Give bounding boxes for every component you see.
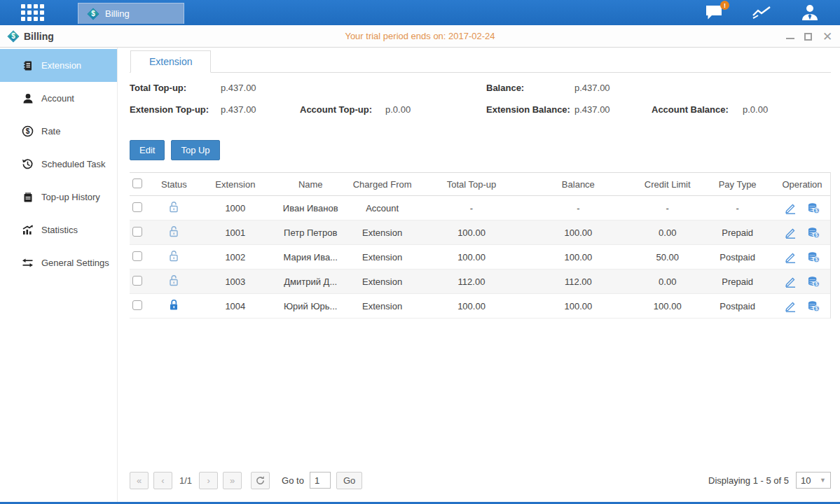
row-checkbox[interactable] [132,202,142,212]
close-icon[interactable]: ✕ [822,31,833,43]
total-topup-cell: 100.00 [421,252,523,262]
tab-extension[interactable]: Extension [130,50,211,73]
extension-topup-label: Extension Top-up: [130,104,209,115]
statistics-chart-icon[interactable] [752,4,773,22]
svg-text:$: $ [815,208,818,214]
col-credit-limit: Credit Limit [634,179,701,190]
table-row: 1004Юрий Юрь...Extension100.00100.00100.… [130,294,830,318]
edit-icon[interactable] [785,251,797,263]
tab-bar: Extension [130,48,831,73]
account-icon [22,92,34,104]
maximize-icon[interactable] [804,33,812,41]
page-indicator: 1/1 [179,475,192,486]
top-up-button[interactable]: Top Up [171,140,219,160]
charged-from-cell: Extension [344,276,421,287]
extension-table: Status Extension Name Charged From Total… [130,172,831,318]
last-page-button[interactable]: » [223,472,242,489]
extension-cell: 1004 [193,301,277,312]
user-account-icon[interactable] [799,4,820,22]
balance-cell: 100.00 [522,252,634,262]
select-all-checkbox[interactable] [132,178,142,188]
sidebar-item-rate[interactable]: $Rate [0,115,117,148]
name-cell: Юрий Юрь... [277,301,344,312]
minimize-icon[interactable] [786,34,794,39]
svg-text:$: $ [26,127,30,135]
goto-page-input[interactable] [310,472,331,489]
account-balance-value: p.0.00 [743,104,768,115]
operation-cell: $ [774,276,830,288]
svg-text:$: $ [815,306,818,312]
first-page-button[interactable]: « [130,472,149,489]
charged-from-cell: Account [344,203,421,214]
row-checkbox[interactable] [132,227,142,237]
account-balance-label: Account Balance: [652,104,729,115]
table-row: 1000Иван ИвановAccount----$ [130,196,830,220]
sidebar-item-statistics[interactable]: Statistics [0,214,117,246]
col-total-topup: Total Top-up [421,179,523,190]
status-cell [155,274,193,289]
edit-icon[interactable] [785,276,797,288]
status-cell [155,299,193,314]
taskbar-tab-label: Billing [105,8,130,19]
total-topup-cell: 100.00 [421,301,523,312]
extension-cell: 1000 [193,203,277,214]
balance-cell: 100.00 [522,227,634,238]
sidebar-item-label: Extension [41,60,81,71]
pay-type-cell: Prepaid [701,276,774,287]
lock-open-icon [168,230,180,240]
balance-label: Balance: [486,83,524,93]
sidebar: ExtensionAccount$RateScheduled TaskTop-u… [0,48,118,502]
topup-icon[interactable]: $ [808,202,820,214]
apps-grid-icon[interactable] [21,4,44,21]
trial-notice: Your trial period ends on: 2017-02-24 [0,31,840,41]
edit-icon[interactable] [785,202,797,214]
messages-icon[interactable]: ! [704,4,725,22]
go-button[interactable]: Go [336,472,362,489]
charged-from-cell: Extension [344,227,421,238]
topup-icon[interactable]: $ [808,227,820,239]
row-checkbox[interactable] [132,300,142,310]
sidebar-item-account[interactable]: Account [0,82,117,115]
taskbar-tab-billing[interactable]: $ Billing [78,3,184,24]
edit-icon[interactable] [785,227,797,239]
row-checkbox-cell [130,276,155,288]
extension-cell: 1001 [193,227,277,238]
page-size-select[interactable]: 10 ▼ [796,472,831,489]
col-balance: Balance [522,179,634,190]
row-checkbox[interactable] [132,251,142,261]
taskbar: $ Billing ! [0,0,840,25]
next-page-button[interactable]: › [199,472,218,489]
pagination-bar: « ‹ 1/1 › » Go to Go Displaying 1 - 5 of… [130,471,831,489]
row-checkbox[interactable] [132,276,142,286]
account-topup-value: p.0.00 [385,104,411,115]
extension-balance-label: Extension Balance: [486,104,570,115]
account-topup-label: Account Top-up: [300,104,372,115]
topup-icon[interactable]: $ [808,251,820,263]
refresh-button[interactable] [251,472,270,489]
topup-icon[interactable]: $ [808,276,820,288]
goto-label: Go to [282,475,304,486]
extension-cell: 1002 [193,252,277,262]
charged-from-cell: Extension [344,252,421,262]
balance-cell: 100.00 [522,301,634,312]
credit-limit-cell: 0.00 [634,227,701,238]
prev-page-button[interactable]: ‹ [153,472,172,489]
row-checkbox-cell [130,300,155,312]
sidebar-item-extension[interactable]: Extension [0,49,117,82]
total-topup-cell: 112.00 [421,276,523,287]
total-topup-label: Total Top-up: [130,83,186,93]
sidebar-item-label: Top-up History [41,192,100,202]
sidebar-item-general-settings[interactable]: General Settings [0,246,117,279]
total-topup-value: p.437.00 [221,83,256,93]
topup-icon[interactable]: $ [808,300,820,312]
billing-window: $ Billing ! Your trial per [0,0,840,504]
sidebar-item-label: Rate [41,126,60,136]
extension-icon [22,59,34,71]
sidebar-item-scheduled-task[interactable]: Scheduled Task [0,148,117,181]
sidebar-item-label: Statistics [41,225,78,235]
window-title: Billing [24,31,54,42]
edit-icon[interactable] [785,300,797,312]
table-header: Status Extension Name Charged From Total… [130,172,830,196]
edit-button[interactable]: Edit [130,140,165,160]
sidebar-item-top-up-history[interactable]: Top-up History [0,181,117,214]
